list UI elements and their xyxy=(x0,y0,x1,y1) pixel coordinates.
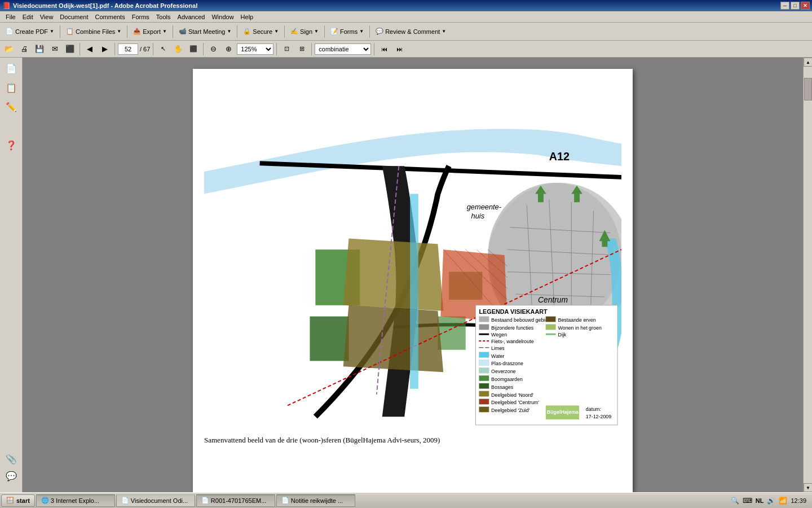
prev-page-button[interactable]: ◀ xyxy=(83,43,96,55)
forms-label: Forms xyxy=(340,28,358,35)
toolbar-separator-5 xyxy=(284,25,285,38)
left-panel: 📄 📋 ✏️ ❓ 📎 💬 xyxy=(0,58,23,492)
minimize-button[interactable]: ─ xyxy=(780,2,789,10)
r001-label: R001-4701765EM... xyxy=(211,497,266,504)
export-button[interactable]: 📤 Export ▼ xyxy=(130,24,170,39)
print-button[interactable]: 🖨 xyxy=(17,43,31,55)
nav-separator-7 xyxy=(374,43,374,55)
zoom-select[interactable]: 50% 75% 100% 125% 150% 200% xyxy=(237,43,273,55)
svg-text:datum:: datum: xyxy=(586,406,601,412)
redact-button[interactable]: ⬛ xyxy=(63,43,77,55)
review-comment-button[interactable]: 💬 Review & Comment ▼ xyxy=(372,24,449,39)
title-bar-controls[interactable]: ─ □ ✕ xyxy=(780,2,810,10)
title-bar-left: 📕 Visiedocument Odijk-west[1].pdf - Adob… xyxy=(2,2,197,10)
taskbar-right: 🔍 ⌨ NL 🔊 📶 12:39 xyxy=(731,497,811,505)
start-icon: 🪟 xyxy=(6,497,14,504)
start-meeting-icon: 📹 xyxy=(179,28,187,35)
last-page-button[interactable]: ⏭ xyxy=(392,43,406,55)
zoom-out-button[interactable]: ⊖ xyxy=(206,43,220,55)
sign-button[interactable]: ✍ Sign ▼ xyxy=(287,24,322,39)
svg-text:Limes: Limes xyxy=(491,345,505,351)
hand-tool-button[interactable]: ✋ xyxy=(171,43,185,55)
scroll-down-button[interactable]: ▼ xyxy=(804,483,812,492)
caption-text: Samenvattend beeld van de drie (woon-)sf… xyxy=(204,436,440,444)
cursor-tool-button[interactable]: ↖ xyxy=(156,43,170,55)
fit-page-button[interactable]: ⊡ xyxy=(280,43,293,55)
attachment-button[interactable]: 📎 xyxy=(3,450,20,467)
menu-edit[interactable]: Edit xyxy=(19,12,37,21)
combine-files-button[interactable]: 📋 Combine Files ▼ xyxy=(63,24,125,39)
svg-rect-49 xyxy=(479,375,489,381)
nav-separator-3 xyxy=(153,43,153,55)
pdf-area[interactable]: A12 xyxy=(23,58,803,492)
menu-window[interactable]: Window xyxy=(208,12,237,21)
secure-dropdown-arrow: ▼ xyxy=(274,29,279,34)
maximize-button[interactable]: □ xyxy=(791,2,800,10)
page-panel-button[interactable]: 📄 xyxy=(3,60,20,77)
svg-rect-53 xyxy=(479,391,489,397)
pdf-page: A12 xyxy=(193,69,633,492)
svg-text:Bijzondere functies: Bijzondere functies xyxy=(491,325,534,331)
svg-rect-16 xyxy=(438,317,465,350)
notes-button[interactable]: 💬 xyxy=(3,467,20,484)
acrobat-label: Visiedocument Odi... xyxy=(131,497,188,504)
svg-text:Plas-draszone: Plas-draszone xyxy=(491,361,523,366)
svg-text:Bossages: Bossages xyxy=(491,384,514,390)
svg-text:Deelgebied 'Zuid': Deelgebied 'Zuid' xyxy=(491,408,529,413)
first-page-button[interactable]: ⏮ xyxy=(377,43,391,55)
svg-text:Bestaand bebouwd gebied: Bestaand bebouwd gebied xyxy=(491,317,550,323)
start-label: start xyxy=(16,497,30,504)
select-tool-button[interactable]: ⬛ xyxy=(187,43,200,55)
meeting-dropdown-arrow: ▼ xyxy=(227,29,231,34)
menu-view[interactable]: View xyxy=(37,12,57,21)
menu-help[interactable]: Help xyxy=(237,12,257,21)
next-page-button[interactable]: ▶ xyxy=(98,43,112,55)
taskbar-item-ie[interactable]: 🌐 3 Internet Explo... xyxy=(36,494,115,507)
menu-comments[interactable]: Comments xyxy=(92,12,129,21)
create-pdf-button[interactable]: 📄 Create PDF ▼ xyxy=(2,24,58,39)
scroll-up-button[interactable]: ▲ xyxy=(804,58,812,67)
taskbar-item-notitie[interactable]: 📄 Notitie reikwijdte ... xyxy=(276,494,355,507)
start-meeting-button[interactable]: 📹 Start Meeting ▼ xyxy=(175,24,235,39)
svg-rect-61 xyxy=(546,324,556,330)
svg-text:BügelHajema: BügelHajema xyxy=(547,409,579,415)
review-dropdown-arrow: ▼ xyxy=(442,29,446,34)
zoom-in-button[interactable]: ⊕ xyxy=(222,43,235,55)
help-panel-button[interactable]: ❓ xyxy=(3,137,20,154)
export-icon: 📤 xyxy=(133,28,141,35)
page-separator: / xyxy=(140,46,142,52)
menu-document[interactable]: Document xyxy=(56,12,91,21)
scroll-track[interactable] xyxy=(804,67,812,483)
page-number-input[interactable] xyxy=(118,43,138,55)
menu-file[interactable]: File xyxy=(2,12,19,21)
comments-panel-button[interactable]: ✏️ xyxy=(3,98,20,115)
menu-bar: File Edit View Document Comments Forms T… xyxy=(0,11,812,23)
email-button[interactable]: ✉ xyxy=(48,43,61,55)
open-file-button[interactable]: 📂 xyxy=(2,43,16,55)
close-button[interactable]: ✕ xyxy=(801,2,810,10)
nav-separator-1 xyxy=(80,43,80,55)
sign-label: Sign xyxy=(300,28,312,35)
secure-button[interactable]: 🔒 Secure ▼ xyxy=(240,24,282,39)
save-button[interactable]: 💾 xyxy=(33,43,46,55)
combine-files-icon: 📋 xyxy=(66,28,74,35)
menu-forms[interactable]: Forms xyxy=(129,12,153,21)
scroll-thumb[interactable] xyxy=(804,78,812,100)
svg-text:LEGENDA VISIEKAART: LEGENDA VISIEKAART xyxy=(479,308,548,315)
taskbar-item-r001[interactable]: 📄 R001-4701765EM... xyxy=(196,494,275,507)
bookmarks-button[interactable]: 📋 xyxy=(3,79,20,96)
app-icon: 📕 xyxy=(2,2,11,10)
svg-text:Centrum: Centrum xyxy=(538,295,568,304)
taskbar-item-acrobat[interactable]: 📄 Visiedocument Odi... xyxy=(116,494,195,507)
start-button[interactable]: 🪟 start xyxy=(1,494,35,507)
forms-button[interactable]: 📝 Forms ▼ xyxy=(327,24,367,39)
svg-rect-55 xyxy=(479,399,489,405)
toolbar-separator-3 xyxy=(173,25,173,38)
svg-rect-47 xyxy=(479,367,489,373)
fit-width-button[interactable]: ⊞ xyxy=(295,43,308,55)
svg-rect-35 xyxy=(479,324,489,330)
view-mode-select[interactable]: combinatie enkel doorlopend xyxy=(315,43,371,55)
ie-label: 3 Internet Explo... xyxy=(51,497,99,504)
menu-advanced[interactable]: Advanced xyxy=(174,12,209,21)
menu-tools[interactable]: Tools xyxy=(153,12,174,21)
